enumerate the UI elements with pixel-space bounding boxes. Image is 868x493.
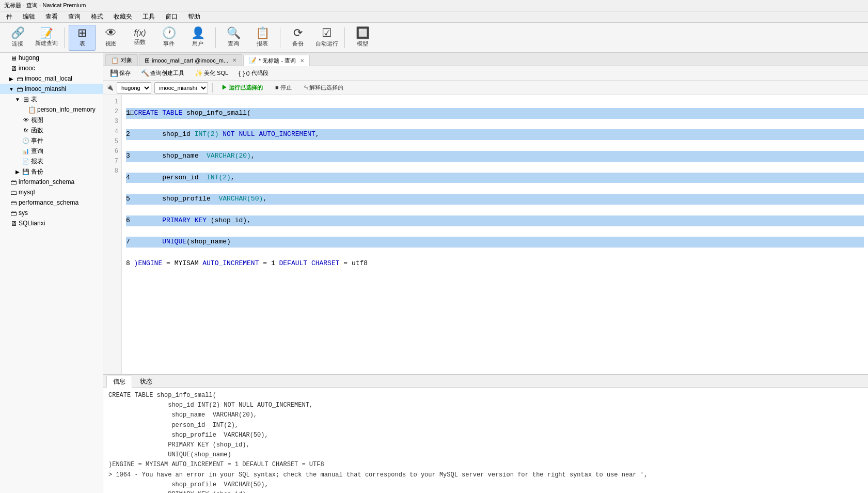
menu-query[interactable]: 查询 (64, 11, 85, 22)
sidebar: 🖥 hugong 🖥 imooc ▶ 🗃 imooc_mall_local ▼ … (0, 53, 103, 493)
explain-icon: ⁰₉ (304, 85, 308, 90)
stop-button[interactable]: ■ 停止 (271, 83, 296, 93)
tab-close-query-icon[interactable]: ✕ (300, 58, 304, 64)
sidebar-item-imooc-mall-local[interactable]: ▶ 🗃 imooc_mall_local (0, 73, 103, 84)
function-button[interactable]: f(x) 函数 (127, 25, 153, 51)
stop-label: ■ 停止 (275, 84, 292, 91)
save-button[interactable]: 💾 保存 (106, 68, 134, 78)
model-icon: 🔲 (356, 27, 370, 39)
new-query-button[interactable]: 📝 新建查询 (33, 25, 60, 51)
sidebar-item-events[interactable]: 🕐 事件 (0, 135, 103, 146)
sidebar-item-imooc-mianshi[interactable]: ▼ 🗃 imooc_mianshi (0, 84, 103, 94)
sidebar-label-queries: 查询 (31, 147, 101, 156)
menu-favorites[interactable]: 收藏夹 (109, 11, 136, 22)
fx-icon: fx (22, 127, 30, 133)
menu-view[interactable]: 查看 (41, 11, 62, 22)
model-button[interactable]: 🔲 模型 (349, 25, 376, 51)
line-num-3: 3 (106, 117, 118, 127)
query-icon: 📊 (22, 148, 30, 155)
table-icon: ⊞ (77, 27, 87, 39)
sidebar-label-sys: sys (19, 209, 101, 217)
bottom-tab-info[interactable]: 信息 (106, 376, 132, 388)
tab-close-icon[interactable]: ✕ (232, 57, 236, 63)
query-builder-button[interactable]: 🔨 查询创建工具 (137, 68, 188, 78)
chevron-down-icon: ▼ (8, 86, 14, 92)
menu-file[interactable]: 件 (2, 11, 17, 22)
query-builder-label: 查询创建工具 (150, 69, 184, 77)
sidebar-item-sqllianxi[interactable]: 🖥 SQLlianxi (0, 218, 103, 228)
menu-window[interactable]: 窗口 (161, 11, 182, 22)
code-editor[interactable]: 1 2 3 4 5 6 7 8 1□CREATE TABLE shop_info… (103, 95, 868, 374)
tab-imooc-mall-cart[interactable]: ⊞ imooc_mall_cart @imooc_m... ✕ (139, 54, 242, 66)
sidebar-label-tables: 表 (31, 95, 101, 104)
backup-icon: 💾 (22, 168, 30, 175)
run-toolbar: 🔌 hugong imooc_mianshi ▶ 运行已选择的 ■ 停止 ⁰₉ … (103, 81, 868, 95)
connect-icon: 🔗 (11, 27, 25, 39)
run-selected-button[interactable]: ▶ 运行已选择的 (217, 83, 267, 93)
code-line-1: 1□CREATE TABLE shop_info_small( (126, 108, 864, 119)
save-label: 保存 (119, 69, 131, 77)
backup-icon: ⟳ (293, 27, 303, 39)
user-icon: 👤 (191, 27, 205, 39)
menu-edit[interactable]: 编辑 (19, 11, 39, 22)
beautify-label: 美化 SQL (204, 69, 228, 77)
auto-run-button[interactable]: ☑ 自动运行 (313, 25, 340, 51)
menu-help[interactable]: 帮助 (184, 11, 204, 22)
sidebar-item-imooc[interactable]: 🖥 imooc (0, 63, 103, 73)
bottom-tab-status[interactable]: 状态 (133, 376, 159, 387)
explain-button[interactable]: ⁰₉ 解释已选择的 (299, 83, 348, 93)
server-icon: 🖥 (9, 65, 18, 72)
sidebar-item-functions[interactable]: fx 函数 (0, 125, 103, 135)
sidebar-item-performance-schema[interactable]: 🗃 performance_schema (0, 197, 103, 208)
line-num-7: 7 (106, 157, 118, 166)
view-icon: 👁 (22, 117, 30, 123)
sidebar-item-hugong[interactable]: 🖥 hugong (0, 53, 103, 63)
sidebar-item-backup[interactable]: ▶ 💾 备份 (0, 166, 103, 177)
sidebar-label-information-schema: information_schema (19, 178, 101, 186)
sidebar-item-person-info-memory[interactable]: 📋 person_info_memory (0, 104, 103, 115)
sidebar-item-mysql[interactable]: 🗃 mysql (0, 187, 103, 197)
connect-label: 连接 (12, 40, 23, 48)
backup-button[interactable]: ⟳ 备份 (285, 25, 311, 51)
tab-object[interactable]: 📋 对象 (105, 54, 138, 66)
query-button[interactable]: 🔍 查询 (220, 25, 247, 51)
database-icon: 🗃 (15, 85, 24, 93)
toolbar-sep-1 (64, 27, 65, 48)
code-line-7: 7 UNIQUE(shop_name) (126, 237, 864, 248)
run-sep-1 (212, 83, 213, 93)
user-button[interactable]: 👤 用户 (184, 25, 211, 51)
menu-tools[interactable]: 工具 (138, 11, 159, 22)
table-button[interactable]: ⊞ 表 (69, 25, 96, 51)
query-tab-icon: 📝 (249, 57, 257, 64)
code-content[interactable]: 1□CREATE TABLE shop_info_small( 2 shop_i… (122, 95, 868, 374)
server-icon: 🖥 (9, 54, 18, 62)
line-num-1: 1 (106, 97, 118, 107)
sidebar-label-backup: 备份 (31, 167, 101, 176)
sidebar-item-reports[interactable]: 📄 报表 (0, 156, 103, 166)
sidebar-label-reports: 报表 (31, 157, 101, 166)
sidebar-item-tables[interactable]: ▼ ⊞ 表 (0, 94, 103, 104)
code-snippet-button[interactable]: { } () 代码段 (235, 68, 272, 78)
database-select[interactable]: imooc_mianshi (154, 82, 208, 94)
chevron-right-icon: ▶ (14, 169, 21, 175)
sidebar-item-information-schema[interactable]: 🗃 information_schema (0, 177, 103, 187)
line-num-4: 4 (106, 127, 118, 137)
event-button[interactable]: 🕐 事件 (155, 25, 182, 51)
code-line-2: 2 shop_id INT(2) NOT NULL AUTO_INCREMENT… (126, 129, 864, 140)
connection-select[interactable]: hugong (117, 82, 151, 94)
tab-untitled-query[interactable]: 📝 * 无标题 - 查询 ✕ (243, 55, 310, 66)
sidebar-item-views[interactable]: 👁 视图 (0, 115, 103, 125)
menu-format[interactable]: 格式 (87, 11, 107, 22)
sidebar-item-queries[interactable]: 📊 查询 (0, 146, 103, 156)
connect-button[interactable]: 🔗 连接 (4, 25, 31, 51)
report-button[interactable]: 📋 报表 (249, 25, 276, 51)
user-label: 用户 (192, 40, 203, 48)
sidebar-label-views: 视图 (31, 116, 101, 125)
explain-label: 解释已选择的 (309, 84, 343, 91)
view-button[interactable]: 👁 视图 (98, 25, 124, 51)
sidebar-item-sys[interactable]: 🗃 sys (0, 208, 103, 218)
sidebar-label-imooc-mall-local: imooc_mall_local (25, 75, 101, 82)
beautify-sql-button[interactable]: ✨ 美化 SQL (191, 68, 232, 78)
line-num-8: 8 (106, 166, 118, 176)
query-toolbar: 💾 保存 🔨 查询创建工具 ✨ 美化 SQL { } () 代码段 (103, 66, 868, 81)
